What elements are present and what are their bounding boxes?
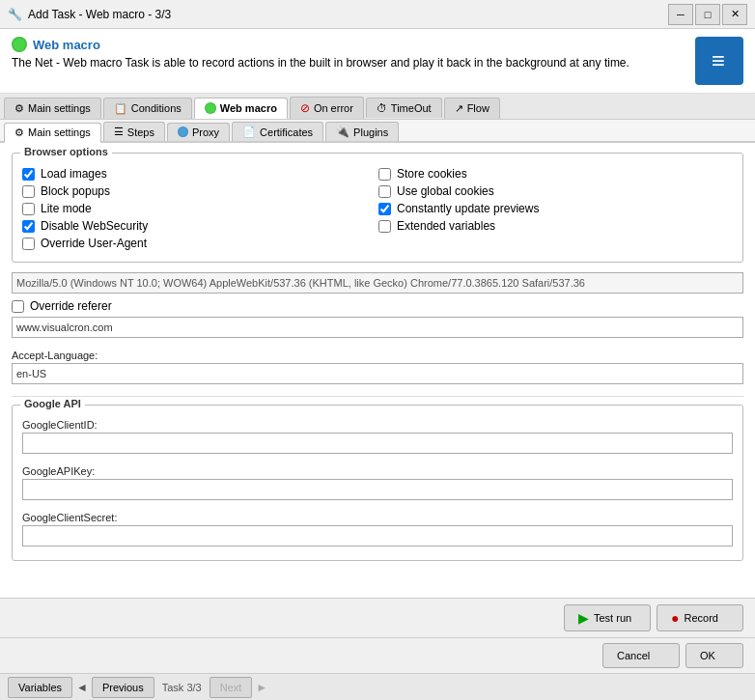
use-global-cookies-row: Use global cookies xyxy=(378,184,733,198)
disable-websecurity-label: Disable WebSecurity xyxy=(41,219,148,233)
tabs-row-2: ⚙ Main settings ☰ Steps Proxy 📄 Certific… xyxy=(0,120,755,143)
tab-timeout-label: TimeOut xyxy=(391,102,432,114)
tab-conditions-icon: 📋 xyxy=(114,102,127,115)
disable-websecurity-row: Disable WebSecurity xyxy=(22,219,377,233)
previous-label: Previous xyxy=(102,682,144,693)
dialog-title-text: Web macro xyxy=(33,38,100,52)
tab2-steps-label: Steps xyxy=(127,126,154,138)
app-icon: 🔧 xyxy=(8,8,22,21)
ok-button[interactable]: OK xyxy=(685,643,743,668)
tab2-plugins[interactable]: 🔌 Plugins xyxy=(325,122,399,141)
tab-main-settings-label: Main settings xyxy=(28,102,91,114)
browser-options-section: Browser options Load images Block popups… xyxy=(12,153,743,263)
google-api-section: Google API GoogleClientID: GoogleAPIKey:… xyxy=(12,405,743,561)
block-popups-label: Block popups xyxy=(41,184,110,198)
block-popups-row: Block popups xyxy=(22,184,377,198)
cancel-button[interactable]: Cancel xyxy=(602,643,680,668)
store-cookies-checkbox[interactable] xyxy=(378,168,391,181)
globe-icon xyxy=(12,37,27,52)
footer-bar: Variables ◄ Previous Task 3/3 Next ► xyxy=(0,673,755,700)
footer-arrow-right: ► xyxy=(256,681,267,694)
right-col: Store cookies Use global cookies Constan… xyxy=(378,167,733,254)
ok-label: OK xyxy=(700,650,715,661)
close-button[interactable]: ✕ xyxy=(722,4,747,25)
constantly-update-row: Constantly update previews xyxy=(378,202,733,215)
variables-button[interactable]: Variables xyxy=(8,677,72,698)
block-popups-checkbox[interactable] xyxy=(22,185,35,198)
test-run-button[interactable]: ▶ Test run xyxy=(564,604,651,631)
tab2-steps[interactable]: ☰ Steps xyxy=(103,122,165,141)
tab2-certificates-icon: 📄 xyxy=(242,126,256,138)
tab2-certificates[interactable]: 📄 Certificates xyxy=(232,122,323,141)
title-bar: 🔧 Add Task - Web macro - 3/3 ─ □ ✕ xyxy=(0,0,755,29)
tab-on-error-label: On error xyxy=(314,102,353,114)
tab-on-error[interactable]: ⊘ On error xyxy=(290,97,364,119)
user-agent-input[interactable]: Mozilla/5.0 (Windows NT 10.0; WOW64) App… xyxy=(12,272,743,294)
extended-variables-row: Extended variables xyxy=(378,219,733,233)
dialog-icon-symbol: ≡ xyxy=(712,47,727,74)
next-button[interactable]: Next xyxy=(210,677,253,698)
content-area: Browser options Load images Block popups… xyxy=(0,143,755,598)
load-images-row: Load images xyxy=(22,167,377,181)
tab-conditions-label: Conditions xyxy=(131,102,182,114)
window-title: Add Task - Web macro - 3/3 xyxy=(28,8,171,21)
tab-web-macro-label: Web macro xyxy=(220,102,277,114)
google-client-id-input[interactable] xyxy=(22,433,733,454)
tab-timeout-icon: ⏱ xyxy=(377,102,387,114)
title-bar-controls: ─ □ ✕ xyxy=(668,4,747,25)
test-run-label: Test run xyxy=(594,612,631,624)
dialog-header-left: Web macro The Net - Web macro Task is ab… xyxy=(12,37,695,70)
dialog-icon: ≡ xyxy=(695,37,743,85)
dialog-description: The Net - Web macro Task is able to reco… xyxy=(12,56,695,70)
tab2-main-settings[interactable]: ⚙ Main settings xyxy=(4,123,101,143)
store-cookies-row: Store cookies xyxy=(378,167,733,181)
tab-main-settings-icon: ⚙ xyxy=(14,102,24,115)
use-global-cookies-checkbox[interactable] xyxy=(378,185,391,198)
override-useragent-row: Override User-Agent xyxy=(22,237,377,250)
tab2-certificates-label: Certificates xyxy=(260,126,313,138)
override-useragent-checkbox[interactable] xyxy=(22,238,35,250)
lite-mode-checkbox[interactable] xyxy=(22,203,35,215)
tab-flow[interactable]: ↗ Flow xyxy=(444,98,500,119)
tab-flow-label: Flow xyxy=(467,102,489,114)
tab-web-macro[interactable]: Web macro xyxy=(194,98,288,119)
tab-conditions[interactable]: 📋 Conditions xyxy=(103,98,192,119)
extended-variables-label: Extended variables xyxy=(397,219,495,233)
record-button[interactable]: ● Record xyxy=(657,604,743,631)
google-client-secret-input[interactable] xyxy=(22,525,733,546)
override-referer-checkbox[interactable] xyxy=(12,300,24,313)
lite-mode-label: Lite mode xyxy=(41,202,92,215)
tab-timeout[interactable]: ⏱ TimeOut xyxy=(366,98,442,118)
record-icon: ● xyxy=(671,610,679,626)
tab2-proxy-icon xyxy=(178,126,188,137)
tabs-row-1: ⚙ Main settings 📋 Conditions Web macro ⊘… xyxy=(0,94,755,120)
lite-mode-row: Lite mode xyxy=(22,202,377,215)
maximize-button[interactable]: □ xyxy=(695,4,720,25)
record-label: Record xyxy=(684,612,717,624)
accept-language-label: Accept-Language: xyxy=(12,350,743,361)
disable-websecurity-checkbox[interactable] xyxy=(22,220,35,233)
main-window: 🔧 Add Task - Web macro - 3/3 ─ □ ✕ Web m… xyxy=(0,0,755,700)
tab-on-error-icon: ⊘ xyxy=(300,101,310,115)
task-label: Task 3/3 xyxy=(162,682,202,693)
tab2-main-settings-label: Main settings xyxy=(28,126,91,138)
tab-main-settings[interactable]: ⚙ Main settings xyxy=(4,98,101,119)
previous-button[interactable]: Previous xyxy=(92,677,154,698)
play-icon: ▶ xyxy=(578,610,589,626)
minimize-button[interactable]: ─ xyxy=(668,4,693,25)
accept-language-input[interactable]: en-US xyxy=(12,363,743,384)
variables-label: Variables xyxy=(18,682,62,693)
load-images-label: Load images xyxy=(41,167,107,181)
footer-arrow-left: ◄ xyxy=(76,681,88,694)
tab2-steps-icon: ☰ xyxy=(114,126,124,138)
google-api-key-input[interactable] xyxy=(22,479,733,500)
tab-flow-icon: ↗ xyxy=(455,102,463,115)
load-images-checkbox[interactable] xyxy=(22,168,35,181)
use-global-cookies-label: Use global cookies xyxy=(397,184,494,198)
tab2-proxy[interactable]: Proxy xyxy=(167,123,230,141)
tab2-main-settings-icon: ⚙ xyxy=(14,126,24,139)
constantly-update-checkbox[interactable] xyxy=(378,203,391,215)
dialog-header: Web macro The Net - Web macro Task is ab… xyxy=(0,29,755,94)
referer-input[interactable]: www.visualcron.com xyxy=(12,317,743,338)
extended-variables-checkbox[interactable] xyxy=(378,220,391,233)
